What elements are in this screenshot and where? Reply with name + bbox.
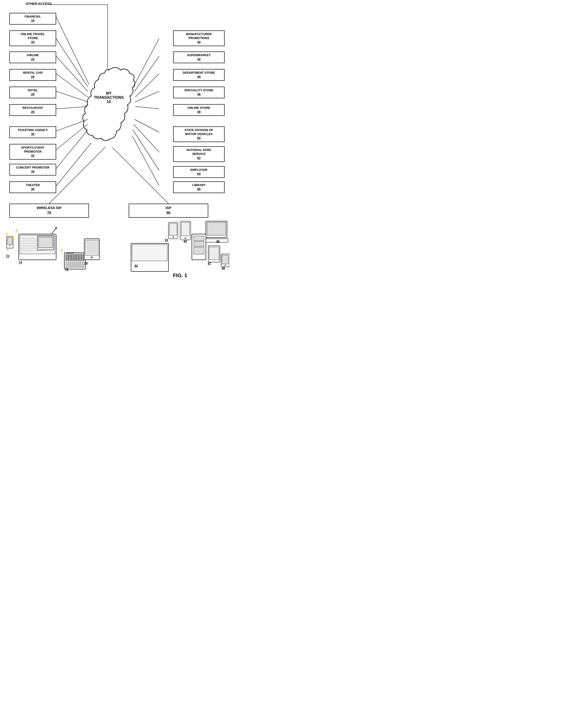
svg-point-89 [184, 237, 186, 239]
svg-marker-41 [55, 227, 57, 229]
svg-rect-88 [181, 223, 189, 236]
svg-text:72: 72 [6, 254, 9, 258]
svg-text:86: 86 [216, 240, 220, 243]
svg-line-17 [134, 119, 159, 132]
svg-text:⚡: ⚡ [60, 248, 64, 253]
svg-rect-84 [169, 224, 177, 235]
online-store-node: ONLINE STORE 48 [173, 104, 225, 116]
svg-text:⚡: ⚡ [5, 232, 9, 236]
svg-line-14 [135, 74, 159, 97]
manufacturer-node: MANUFACTURERPROMOTIONS 40 [173, 30, 225, 46]
svg-text:⚡: ⚡ [14, 229, 19, 233]
svg-text:88: 88 [222, 267, 225, 270]
svg-point-85 [172, 236, 174, 238]
svg-rect-92 [194, 236, 204, 241]
svg-rect-81 [132, 244, 167, 261]
svg-rect-100 [209, 247, 219, 260]
svg-line-19 [133, 130, 159, 170]
svg-text:AIRLINE: AIRLINE [66, 252, 74, 254]
svg-line-12 [133, 39, 159, 87]
dept-store-node: DEPARTMENT STORE 44 [173, 69, 225, 81]
svg-line-21 [49, 147, 105, 204]
sports-event-node: SPORTS EVENTPROMOTER 32 [9, 144, 56, 159]
figure-label: FIG. 1 [173, 272, 187, 278]
ticketing-agency-node: TICKETING AGENCY 30 [9, 126, 56, 138]
svg-rect-103 [222, 255, 228, 264]
svg-rect-93 [194, 241, 204, 246]
isp-devices-illustration: 82 83 84 86 87 [129, 220, 229, 274]
svg-line-13 [134, 56, 159, 91]
svg-line-20 [132, 136, 159, 186]
hotel-node: HOTEL 26 [9, 87, 56, 98]
svg-text:83: 83 [165, 238, 168, 242]
other-access-label: OTHER ACCESS [26, 2, 52, 6]
svg-point-77 [91, 256, 93, 259]
isp-node: ISP 80 [129, 204, 208, 218]
cloud-shape [82, 65, 136, 147]
svg-rect-70 [65, 262, 84, 264]
devices-area: ⚡ ⚡ ⚡ 72 ⚡ ⚡ 74 [0, 220, 234, 278]
svg-text:78: 78 [84, 261, 88, 265]
svg-text:76: 76 [65, 267, 68, 271]
restaurant-node: RESTAURANT 28 [9, 104, 56, 116]
svg-text:⚡: ⚡ [10, 235, 14, 239]
supermarket-node: SUPERMARKET 42 [173, 52, 225, 63]
svg-line-18 [133, 124, 159, 152]
library-node: LIBRARY 66 [173, 181, 225, 193]
online-travel-node: ONLINE TRAVELSTORE 20 [9, 30, 56, 46]
wireless-isp-node: WIRELESS ISP 70 [9, 204, 89, 218]
svg-line-11 [56, 143, 91, 186]
svg-text:87: 87 [208, 262, 211, 265]
svg-line-40 [52, 228, 56, 234]
theater-node: THEATER 36 [9, 181, 56, 193]
financial-node: FINANCIAL 18 [9, 13, 56, 25]
national-park-node: NATIONAL PARKSERVICE 62 [173, 146, 225, 162]
svg-text:84: 84 [184, 240, 187, 243]
airline-node: AIRLINE 22 [9, 52, 56, 63]
specialty-store-node: SPECIALITY STORE 46 [173, 87, 225, 98]
svg-point-25 [9, 245, 10, 246]
svg-text:⚡: ⚡ [6, 247, 9, 251]
wireless-devices-illustration: ⚡ ⚡ ⚡ 72 ⚡ ⚡ 74 [5, 223, 110, 274]
state-dmv-node: STATE DIVISION OFMOTOR VEHICLES 60 [173, 126, 225, 142]
svg-rect-94 [194, 247, 204, 254]
svg-rect-96 [207, 223, 226, 235]
svg-rect-78 [87, 241, 97, 254]
svg-line-22 [112, 147, 168, 204]
svg-text:74: 74 [19, 261, 22, 264]
svg-rect-71 [65, 264, 84, 266]
svg-rect-39 [39, 237, 53, 247]
employer-node: EMPLOYER 64 [173, 166, 225, 178]
concert-promoter-node: CONCERT PROMOTER 34 [9, 164, 56, 176]
svg-point-104 [224, 265, 226, 266]
rental-car-node: RENTAL CAR 24 [9, 69, 56, 81]
svg-line-16 [135, 107, 159, 109]
svg-text:82: 82 [134, 264, 138, 267]
svg-line-15 [135, 91, 159, 102]
